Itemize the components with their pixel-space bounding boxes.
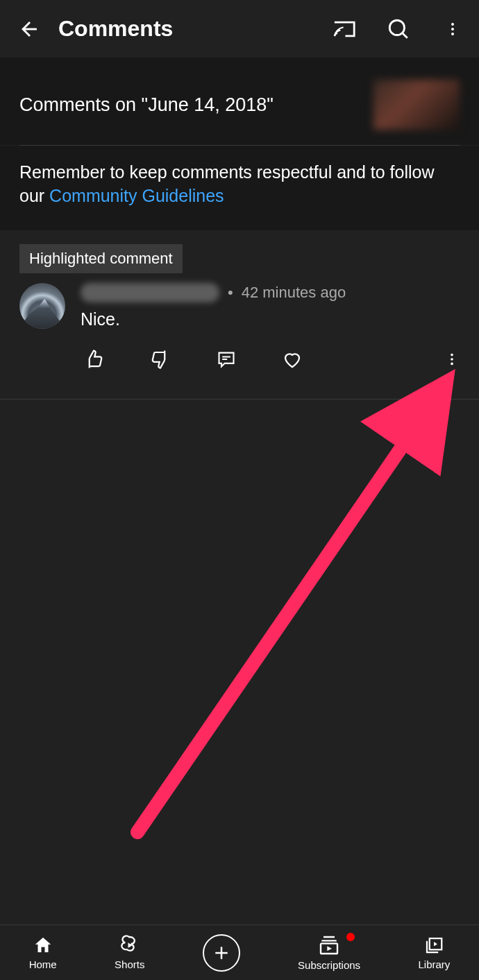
comment-author[interactable]	[81, 283, 219, 302]
svg-point-2	[451, 28, 454, 31]
nav-subscriptions[interactable]: Subscriptions	[298, 934, 360, 971]
svg-point-3	[451, 33, 454, 35]
comments-list: Highlighted comment • 42 minutes ago Nic…	[0, 230, 479, 399]
video-title: June 14, 2018	[148, 94, 267, 115]
cast-button[interactable]	[330, 15, 358, 43]
avatar[interactable]	[19, 283, 65, 329]
bottom-nav: Home Shorts Subscriptions Library	[0, 925, 479, 980]
comment-meta: • 42 minutes ago	[81, 283, 460, 302]
header-actions	[330, 15, 467, 43]
page-title: Comments	[58, 16, 330, 42]
svg-point-4	[451, 353, 453, 356]
comment-item: • 42 minutes ago Nice.	[0, 283, 479, 384]
reply-button[interactable]	[217, 350, 236, 369]
notification-dot	[346, 933, 355, 941]
nav-library[interactable]: Library	[418, 935, 450, 970]
search-button[interactable]	[385, 15, 412, 43]
heart-icon	[282, 349, 303, 370]
svg-point-1	[451, 23, 454, 26]
comment-text: Nice.	[81, 309, 460, 329]
nav-shorts[interactable]: Shorts	[115, 935, 144, 970]
svg-point-0	[389, 20, 404, 35]
community-guidelines-link[interactable]: Community Guidelines	[49, 186, 224, 205]
create-button[interactable]	[203, 934, 240, 972]
library-icon	[423, 935, 444, 956]
thumbs-down-icon	[150, 349, 171, 370]
home-icon	[33, 935, 53, 956]
back-button[interactable]	[12, 15, 47, 43]
plus-icon	[211, 943, 232, 963]
nav-label: Library	[418, 958, 450, 970]
app-header: Comments	[0, 0, 479, 58]
comments-on-text: Comments on "June 14, 2018"	[19, 94, 373, 116]
like-button[interactable]	[83, 349, 104, 370]
nav-label: Home	[29, 958, 57, 970]
comment-timestamp: 42 minutes ago	[242, 284, 346, 302]
heart-button[interactable]	[282, 349, 303, 370]
guidelines-notice: Remember to keep comments respectful and…	[0, 146, 479, 230]
comment-more-button[interactable]	[444, 352, 460, 367]
dislike-button[interactable]	[150, 349, 171, 370]
comment-icon	[217, 350, 236, 369]
arrow-left-icon	[18, 17, 42, 41]
thumbs-up-icon	[83, 349, 104, 370]
nav-home[interactable]: Home	[29, 935, 57, 970]
svg-point-5	[451, 358, 453, 361]
nav-create[interactable]	[203, 934, 240, 972]
svg-point-6	[451, 362, 453, 365]
search-icon	[387, 17, 410, 41]
nav-label: Shorts	[115, 958, 144, 970]
comments-on-suffix: "	[267, 94, 274, 115]
more-vertical-icon	[444, 352, 460, 367]
shorts-icon	[119, 935, 140, 956]
more-vertical-icon	[444, 21, 461, 37]
comment-actions	[19, 349, 460, 370]
nav-label: Subscriptions	[298, 959, 360, 971]
empty-space	[0, 399, 479, 925]
subscriptions-icon	[318, 934, 340, 956]
more-button[interactable]	[439, 15, 467, 43]
cast-icon	[333, 19, 356, 40]
highlighted-comment-badge: Highlighted comment	[19, 244, 183, 273]
meta-separator: •	[228, 284, 233, 302]
video-info-row: Comments on "June 14, 2018"	[0, 58, 479, 145]
comments-on-prefix: Comments on "	[19, 94, 148, 115]
video-thumbnail[interactable]	[373, 80, 460, 130]
